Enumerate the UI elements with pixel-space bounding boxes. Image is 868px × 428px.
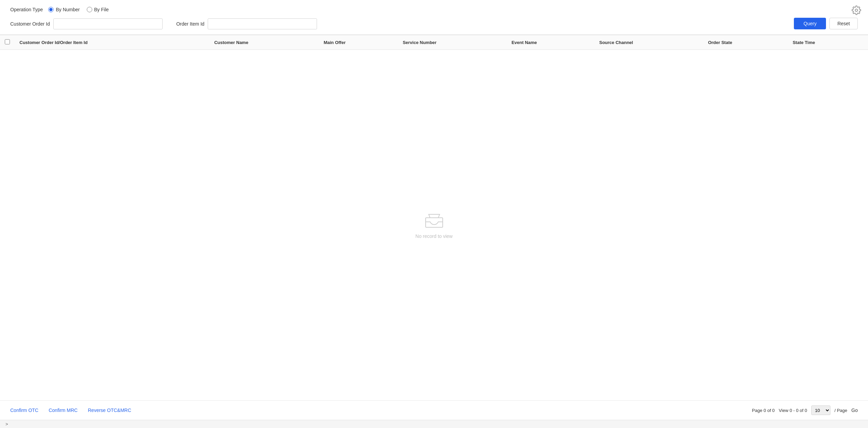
reset-button[interactable]: Reset <box>829 18 858 29</box>
confirm-otc-link[interactable]: Confirm OTC <box>10 408 38 413</box>
data-table: Customer Order Id/Order Item Id Customer… <box>0 35 868 50</box>
filter-row-2: Customer Order Id Order Item Id <box>10 18 858 29</box>
col-main-offer: Main Offer <box>319 35 398 50</box>
by-file-radio[interactable] <box>87 7 92 12</box>
main-container: Operation Type By Number By File Custome… <box>0 0 868 428</box>
table-header-row: Customer Order Id/Order Item Id Customer… <box>0 35 868 50</box>
empty-state: No record to view <box>0 50 868 400</box>
radio-group: By Number By File <box>48 7 109 12</box>
customer-order-id-input[interactable] <box>53 18 163 29</box>
action-buttons: Query Reset <box>794 18 858 29</box>
page-info: Page 0 of 0 <box>752 408 775 413</box>
filter-area: Operation Type By Number By File Custome… <box>0 0 868 35</box>
pagination-area: Page 0 of 0 View 0 - 0 of 0 10 20 50 100… <box>752 405 858 415</box>
per-page-select[interactable]: 10 20 50 100 <box>811 405 830 415</box>
query-button[interactable]: Query <box>794 18 826 29</box>
empty-inbox-icon <box>424 212 444 229</box>
by-file-label: By File <box>94 7 109 12</box>
gear-icon[interactable] <box>852 5 861 15</box>
footer-area: Confirm OTC Confirm MRC Reverse OTC&MRC … <box>0 400 868 420</box>
customer-order-id-group: Customer Order Id <box>10 18 163 29</box>
col-state-time: State Time <box>788 35 868 50</box>
customer-order-id-label: Customer Order Id <box>10 21 50 27</box>
view-info: View 0 - 0 of 0 <box>779 408 807 413</box>
by-number-label: By Number <box>56 7 80 12</box>
select-all-checkbox[interactable] <box>5 39 10 44</box>
table-area: Customer Order Id/Order Item Id Customer… <box>0 35 868 400</box>
col-event-name: Event Name <box>507 35 594 50</box>
svg-point-0 <box>855 9 858 12</box>
order-item-id-label: Order Item Id <box>176 21 204 27</box>
settings-icon-wrapper[interactable] <box>852 5 861 16</box>
by-number-option[interactable]: By Number <box>48 7 80 12</box>
go-button[interactable]: Go <box>851 408 858 413</box>
per-page-label: / Page <box>835 408 848 413</box>
empty-text: No record to view <box>415 233 453 239</box>
by-file-option[interactable]: By File <box>87 7 109 12</box>
operation-type-label: Operation Type <box>10 7 43 12</box>
col-customer-name: Customer Name <box>209 35 319 50</box>
reverse-otc-mrc-link[interactable]: Reverse OTC&MRC <box>88 408 131 413</box>
confirm-mrc-link[interactable]: Confirm MRC <box>49 408 78 413</box>
footer-actions: Confirm OTC Confirm MRC Reverse OTC&MRC <box>10 408 131 413</box>
select-all-col <box>0 35 15 50</box>
filter-row-1: Operation Type By Number By File <box>10 7 858 12</box>
table-header: Customer Order Id/Order Item Id Customer… <box>0 35 868 50</box>
order-item-id-input[interactable] <box>208 18 317 29</box>
col-customer-order-id: Customer Order Id/Order Item Id <box>15 35 209 50</box>
col-service-number: Service Number <box>398 35 507 50</box>
by-number-radio[interactable] <box>48 7 54 12</box>
bottom-bar-text: > <box>5 422 8 427</box>
bottom-bar: > <box>0 420 868 428</box>
col-source-channel: Source Channel <box>594 35 703 50</box>
svg-rect-1 <box>426 218 443 227</box>
col-order-state: Order State <box>703 35 788 50</box>
order-item-id-group: Order Item Id <box>176 18 317 29</box>
